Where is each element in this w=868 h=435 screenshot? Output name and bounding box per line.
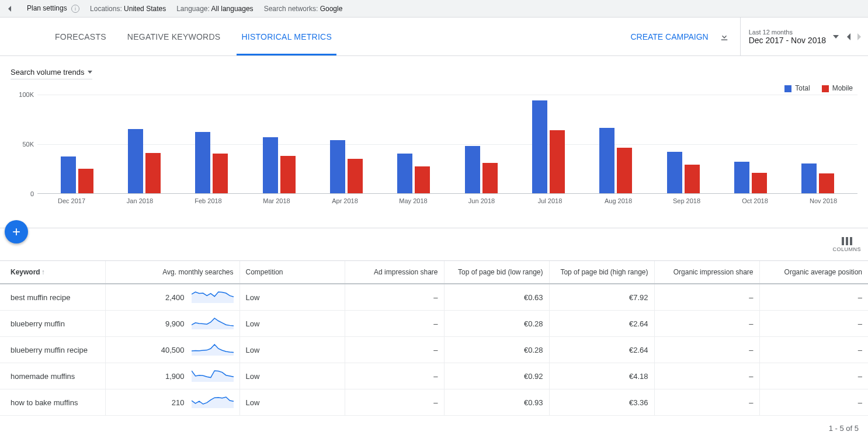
bar-group[interactable]: [380, 95, 447, 193]
x-label: Jan 2018: [106, 197, 174, 204]
chart-type-label: Search volume trends: [11, 68, 84, 76]
cell-bid-low: €0.28: [444, 337, 549, 363]
language-setting[interactable]: Language: All languages: [176, 5, 253, 13]
locations-setting[interactable]: Locations: United States: [90, 5, 166, 13]
sparkline: [192, 291, 234, 303]
bar-mobile: [348, 159, 363, 193]
cell-competition: Low: [239, 389, 345, 416]
cell-keyword: how to bake muffins: [0, 389, 105, 416]
cell-organic-share: –: [654, 284, 759, 311]
legend-total[interactable]: Total: [784, 84, 810, 92]
bar-group[interactable]: [43, 95, 110, 193]
table-row[interactable]: how to bake muffins210Low–€0.93€3.36––: [0, 389, 868, 416]
col-bid-low[interactable]: Top of page bid (low range): [444, 261, 549, 284]
bar-group[interactable]: [515, 95, 582, 193]
x-label: Apr 2018: [311, 197, 379, 204]
x-axis: Dec 2017Jan 2018Feb 2018Mar 2018Apr 2018…: [11, 197, 857, 204]
caret-down-icon: [88, 71, 92, 74]
plan-settings-bar: Plan settings i Locations: United States…: [0, 0, 868, 18]
bar-group[interactable]: [650, 95, 717, 193]
x-label: Mar 2018: [242, 197, 311, 204]
bar-group[interactable]: [178, 95, 245, 193]
cell-ad-share: –: [345, 389, 444, 416]
bar-group[interactable]: [717, 95, 784, 193]
cell-bid-high: €2.64: [549, 337, 654, 363]
bar-mobile: [213, 154, 228, 193]
bar-total: [195, 132, 210, 193]
tab-historical-metrics[interactable]: HISTORICAL METRICS: [231, 18, 342, 55]
bar-group[interactable]: [447, 95, 515, 193]
bar-group[interactable]: [245, 95, 313, 193]
bar-group[interactable]: [784, 95, 852, 193]
bar-group[interactable]: [110, 95, 178, 193]
bar-group[interactable]: [582, 95, 650, 193]
bar-mobile: [280, 156, 296, 193]
cell-ad-share: –: [345, 284, 444, 311]
cell-organic-pos: –: [759, 363, 868, 389]
table-row[interactable]: blueberry muffin recipe40,500Low–€0.28€2…: [0, 337, 868, 363]
create-campaign-button[interactable]: CREATE CAMPAIGN: [630, 32, 708, 41]
info-icon[interactable]: i: [71, 5, 79, 13]
bar-mobile: [482, 163, 498, 193]
cell-organic-share: –: [654, 311, 759, 337]
bar-mobile: [819, 173, 834, 193]
col-organic-share[interactable]: Organic impression share: [654, 261, 759, 284]
date-range-picker[interactable]: Last 12 months Dec 2017 - Nov 2018: [740, 18, 862, 55]
table-row[interactable]: homemade muffins1,900Low–€0.92€4.18––: [0, 363, 868, 389]
networks-setting[interactable]: Search networks: Google: [264, 5, 343, 13]
cell-organic-share: –: [654, 337, 759, 363]
cell-keyword: best muffin recipe: [0, 284, 105, 311]
col-bid-high[interactable]: Top of page bid (high range): [549, 261, 654, 284]
legend-mobile[interactable]: Mobile: [822, 84, 853, 92]
cell-competition: Low: [239, 284, 345, 311]
columns-icon: [842, 237, 852, 245]
bar-total: [263, 137, 278, 193]
bar-mobile: [550, 130, 565, 193]
bar-total: [801, 163, 817, 193]
col-competition[interactable]: Competition: [239, 261, 345, 284]
add-keyword-button[interactable]: +: [5, 220, 28, 243]
table-row[interactable]: best muffin recipe2,400Low–€0.63€7.92––: [0, 284, 868, 311]
chart-section: Search volume trends Total Mobile 100K 5…: [0, 56, 868, 228]
keywords-table: Keyword↑ Avg. monthly searches Competiti…: [0, 260, 868, 416]
chart-plot: 100K 50K 0: [11, 95, 857, 194]
chart-legend: Total Mobile: [11, 82, 857, 92]
chart-type-dropdown[interactable]: Search volume trends: [11, 68, 92, 79]
download-icon[interactable]: [719, 32, 730, 42]
columns-button[interactable]: COLUMNS: [832, 237, 861, 252]
cell-keyword: blueberry muffin: [0, 311, 105, 337]
cell-competition: Low: [239, 311, 345, 337]
col-organic-pos[interactable]: Organic average position: [759, 261, 868, 284]
caret-down-icon[interactable]: [833, 35, 839, 39]
col-keyword[interactable]: Keyword↑: [0, 261, 105, 284]
sparkline: [192, 396, 234, 408]
col-ad-share[interactable]: Ad impression share: [345, 261, 444, 284]
cell-organic-pos: –: [759, 337, 868, 363]
bar-mobile: [685, 165, 700, 193]
cell-organic-share: –: [654, 389, 759, 416]
sort-asc-icon: ↑: [41, 268, 45, 276]
cell-competition: Low: [239, 363, 345, 389]
plan-settings-label[interactable]: Plan settings i: [27, 4, 79, 13]
bar-group[interactable]: [313, 95, 380, 193]
cell-avg-searches: 40,500: [105, 337, 239, 363]
date-prev-icon[interactable]: [846, 33, 850, 40]
cell-competition: Low: [239, 337, 345, 363]
x-label: Nov 2018: [789, 197, 857, 204]
col-avg-searches[interactable]: Avg. monthly searches: [105, 261, 239, 284]
bar-total: [465, 146, 480, 193]
cell-ad-share: –: [345, 337, 444, 363]
bar-mobile: [145, 153, 161, 193]
date-next-icon[interactable]: [857, 33, 862, 40]
bar-total: [599, 128, 614, 193]
x-label: Oct 2018: [721, 197, 789, 204]
sparkline: [192, 344, 234, 356]
tab-bar: FORECASTS NEGATIVE KEYWORDS HISTORICAL M…: [0, 18, 868, 56]
back-button[interactable]: [4, 2, 16, 15]
svg-rect-1: [846, 237, 848, 245]
bar-mobile: [752, 173, 767, 193]
date-range-small: Last 12 months: [749, 29, 826, 36]
tab-forecasts[interactable]: FORECASTS: [44, 18, 117, 55]
table-row[interactable]: blueberry muffin9,900Low–€0.28€2.64––: [0, 311, 868, 337]
tab-negative-keywords[interactable]: NEGATIVE KEYWORDS: [117, 18, 231, 55]
